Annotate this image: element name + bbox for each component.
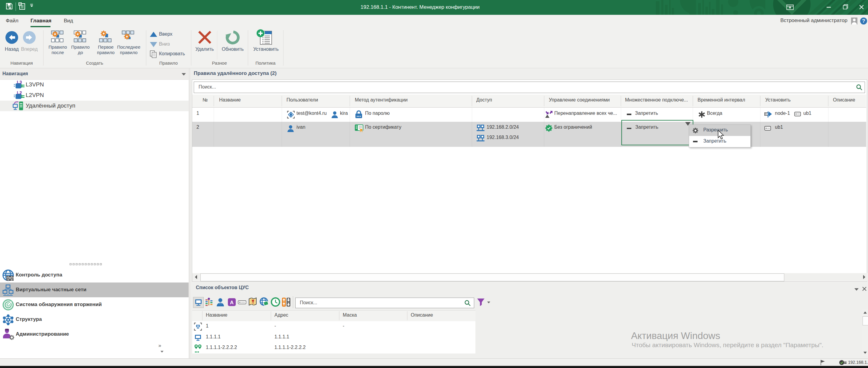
svg-text:A: A (230, 300, 234, 305)
